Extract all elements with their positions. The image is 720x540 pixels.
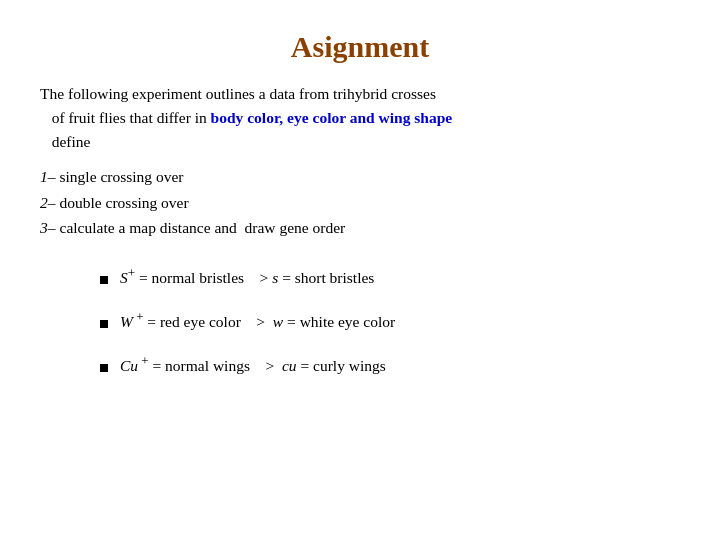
- bullet-row-2: W + = red eye color > w = white eye colo…: [100, 309, 395, 331]
- bullet-icon-2: [100, 320, 108, 328]
- page-title: Asignment: [40, 30, 680, 64]
- gt-2: > w = white eye color: [256, 313, 395, 330]
- eq-2: = red eye color: [147, 313, 252, 330]
- eq-3: = normal wings: [152, 357, 261, 374]
- bullet-row-1: S+ = normal bristles > s = short bristle…: [100, 265, 395, 287]
- intro-highlighted: body color, eye color and wing shape: [211, 109, 453, 126]
- list-item-2: 2– double crossing over: [40, 190, 345, 216]
- gt-3: > cu = curly wings: [265, 357, 385, 374]
- eq-1: = normal bristles: [139, 269, 256, 286]
- gene-cu: Cu +: [120, 357, 149, 374]
- list-num-3: 3–: [40, 215, 56, 241]
- list-text-3: calculate a map distance and draw gene o…: [60, 215, 346, 241]
- bullet-text-1: S+ = normal bristles > s = short bristle…: [120, 265, 374, 287]
- bullet-text-2: W + = red eye color > w = white eye colo…: [120, 309, 395, 331]
- bullet-row-3: Cu + = normal wings > cu = curly wings: [100, 353, 395, 375]
- list-text-1: single crossing over: [60, 164, 184, 190]
- list-item-3: 3– calculate a map distance and draw gen…: [40, 215, 345, 241]
- list-num-2: 2–: [40, 190, 56, 216]
- list-num-1: 1–: [40, 164, 56, 190]
- list-item-1: 1– single crossing over: [40, 164, 345, 190]
- intro-paragraph: The following experiment outlines a data…: [40, 82, 452, 154]
- list-text-2: double crossing over: [60, 190, 189, 216]
- bullets-section: S+ = normal bristles > s = short bristle…: [40, 265, 395, 375]
- bullet-text-3: Cu + = normal wings > cu = curly wings: [120, 353, 386, 375]
- intro-line2-prefix: of fruit flies that differ in: [52, 109, 207, 126]
- bullet-icon-1: [100, 276, 108, 284]
- intro-line1: The following experiment outlines a data…: [40, 85, 436, 102]
- gene-w: W +: [120, 313, 143, 330]
- gene-s: S+: [120, 269, 135, 286]
- numbered-list: 1– single crossing over 2– double crossi…: [40, 164, 345, 241]
- bullet-icon-3: [100, 364, 108, 372]
- intro-line3: define: [52, 133, 91, 150]
- page: Asignment The following experiment outli…: [0, 0, 720, 540]
- gt-1: > s = short bristles: [260, 269, 375, 286]
